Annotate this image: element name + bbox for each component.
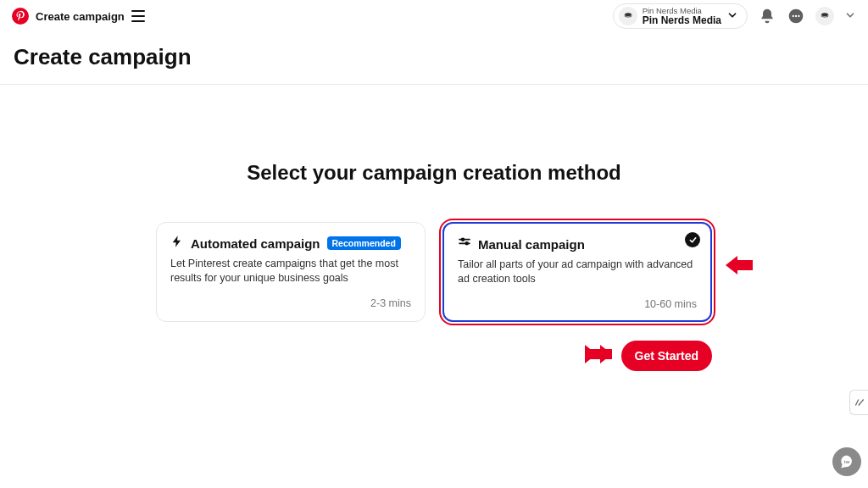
card-header: Automated campaign Recommended [170,235,411,252]
sliders-icon [458,236,471,252]
menu-icon[interactable] [131,10,145,22]
pinterest-logo-icon[interactable] [12,8,29,25]
automated-campaign-card[interactable]: Automated campaign Recommended Let Pinte… [156,222,426,322]
card-header: Manual campaign [458,236,697,252]
card-description: Let Pinterest create campaigns that get … [170,257,411,286]
get-started-button[interactable]: Get Started [621,341,712,371]
section-heading: Select your campaign creation method [247,161,620,185]
recommended-badge: Recommended [327,236,401,250]
card-time-estimate: 2-3 mins [170,297,411,309]
svg-point-12 [462,238,465,241]
svg-point-5 [793,15,794,17]
svg-point-6 [795,15,797,17]
account-avatar-icon [619,7,637,25]
svg-point-14 [465,242,468,245]
main-content: Select your campaign creation method Aut… [0,85,868,371]
page-title-section: Create campaign [0,32,868,85]
annotation-arrow-icon [726,256,753,274]
card-time-estimate: 10-60 mins [458,298,697,310]
annotation-arrow-icon [585,345,612,363]
campaign-method-cards: Automated campaign Recommended Let Pinte… [156,222,712,322]
bolt-icon [170,235,184,252]
svg-point-0 [12,8,29,25]
help-chat-button[interactable]: tw [832,447,861,476]
cta-row: Get Started [156,341,712,371]
breadcrumb[interactable]: Create campaign [36,10,125,23]
arrow-shaft [585,349,600,359]
user-avatar[interactable] [815,7,834,25]
svg-point-7 [798,15,799,17]
top-bar-left: Create campaign [12,8,145,25]
arrow-shaft [737,260,753,270]
chevron-down-icon [726,9,738,24]
user-chevron-down-icon[interactable] [844,9,856,24]
selected-check-icon [685,232,700,247]
arrow-head [600,345,612,363]
account-switcher[interactable]: Pin Nerds Media Pin Nerds Media [613,3,748,30]
page-title: Create campaign [14,44,854,70]
top-bar-right: Pin Nerds Media Pin Nerds Media [613,3,856,30]
svg-point-10 [821,13,828,16]
svg-point-3 [625,13,632,16]
svg-text:tw: tw [844,459,850,464]
top-bar: Create campaign Pin Nerds Media Pin Nerd… [0,0,868,32]
card-description: Tailor all parts of your ad campaign wit… [458,258,697,286]
card-title: Manual campaign [478,237,585,252]
messages-icon[interactable] [787,7,805,25]
notifications-icon[interactable] [758,7,776,25]
account-text: Pin Nerds Media Pin Nerds Media [643,7,721,26]
side-panel-toggle[interactable] [849,390,868,415]
account-name: Pin Nerds Media [643,15,721,26]
manual-campaign-card[interactable]: Manual campaign Tailor all parts of your… [442,222,712,322]
card-title: Automated campaign [191,236,320,251]
arrow-head [726,256,737,274]
